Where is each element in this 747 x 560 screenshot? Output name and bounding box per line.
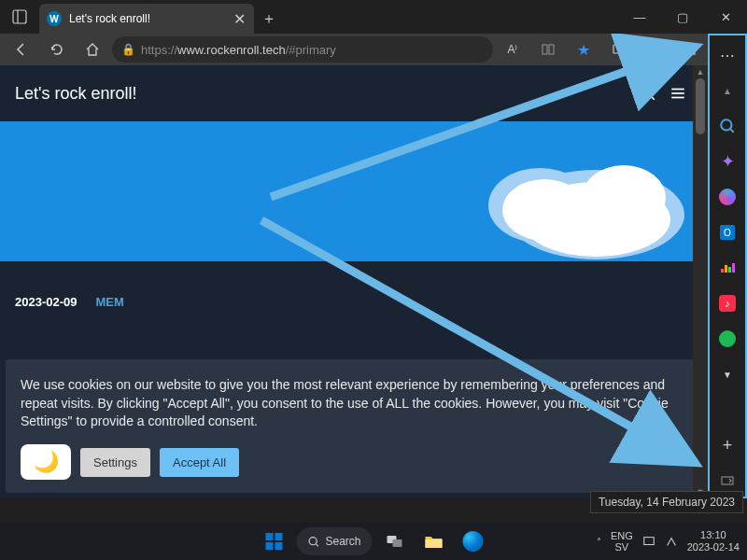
new-tab-button[interactable]: ＋ xyxy=(254,4,284,34)
svg-rect-26 xyxy=(275,542,282,550)
browser-toolbar: 🔒 https://www.rockenroll.tech/#primary A… xyxy=(0,34,747,65)
svg-rect-32 xyxy=(643,538,654,545)
url-text: https://www.rockenroll.tech/#primary xyxy=(141,43,336,57)
svg-rect-3 xyxy=(549,45,554,54)
address-bar[interactable]: 🔒 https://www.rockenroll.tech/#primary xyxy=(112,36,493,63)
theme-toggle-button[interactable]: 🌙 xyxy=(21,444,71,480)
tab-actions-button[interactable] xyxy=(0,0,39,34)
windows-taskbar: Search ˄ ENGSV 13:102023-02-14 xyxy=(0,523,747,560)
sidebar-more-button[interactable]: ⋯ xyxy=(712,39,743,71)
sidebar-expand-button[interactable]: ▼ xyxy=(712,358,743,390)
date-tooltip: Tuesday, 14 February 2023 xyxy=(590,491,743,513)
tray-overflow-button[interactable]: ˄ xyxy=(597,537,601,547)
file-explorer-button[interactable] xyxy=(417,526,451,556)
svg-rect-31 xyxy=(426,539,443,548)
cloud-illustration xyxy=(428,140,689,261)
favorites-button[interactable] xyxy=(639,35,670,63)
scroll-up-arrow[interactable]: ▲ xyxy=(693,65,708,78)
sidebar-office-icon[interactable] xyxy=(712,181,743,213)
reader-button[interactable] xyxy=(532,35,564,63)
tab-title: Let's rock enroll! xyxy=(69,12,224,25)
scrollbar-thumb[interactable] xyxy=(696,78,705,134)
cookie-accept-button[interactable]: Accept All xyxy=(160,448,239,477)
sidebar-search-icon[interactable] xyxy=(712,110,743,142)
task-view-button[interactable] xyxy=(378,526,412,556)
system-tray: ˄ ENGSV 13:102023-02-14 xyxy=(597,529,740,553)
sidebar-deezer-icon[interactable] xyxy=(712,252,743,284)
post-date: 2023-02-09 xyxy=(15,295,78,309)
collections-button[interactable] xyxy=(674,35,706,63)
minimize-button[interactable]: — xyxy=(618,0,661,34)
sidebar-outlook-icon[interactable]: O xyxy=(712,217,743,248)
maximize-button[interactable]: ▢ xyxy=(661,0,704,34)
sidebar-collapse-button[interactable]: ▲ xyxy=(712,75,743,106)
site-title: Let's rock enroll! xyxy=(15,84,633,104)
svg-rect-4 xyxy=(613,45,625,53)
wordpress-favicon: W xyxy=(47,11,62,26)
edge-taskbar-button[interactable] xyxy=(457,526,490,556)
svg-rect-24 xyxy=(275,533,282,540)
back-button[interactable] xyxy=(6,35,37,63)
read-aloud-button[interactable]: A⁾ xyxy=(497,35,529,63)
svg-rect-30 xyxy=(393,539,402,547)
svg-rect-25 xyxy=(265,542,273,550)
lock-icon: 🔒 xyxy=(121,43,135,56)
cast-button[interactable] xyxy=(603,35,635,63)
post-meta: 2023-02-09 MEM xyxy=(0,261,708,318)
svg-point-20 xyxy=(582,165,666,231)
sidebar-discover-icon[interactable]: ✦ xyxy=(712,146,743,177)
svg-point-8 xyxy=(721,119,731,130)
sidebar-spotify-icon[interactable] xyxy=(712,323,743,355)
cookie-banner: We use cookies on our website to give yo… xyxy=(6,359,702,493)
page-viewport: Let's rock enroll! 2023-02-09 MEM We use… xyxy=(0,65,708,498)
svg-rect-2 xyxy=(543,45,547,54)
favorite-button[interactable]: ★ xyxy=(568,35,599,63)
edge-sidebar: ⋯ ▲ ✦ O ♪ ▼ + xyxy=(708,34,747,498)
taskbar-search[interactable]: Search xyxy=(296,527,372,555)
taskbar-search-label: Search xyxy=(325,535,360,548)
hero-banner xyxy=(0,121,708,261)
home-button[interactable] xyxy=(77,35,108,63)
window-controls: — ▢ ✕ xyxy=(618,0,747,34)
svg-rect-23 xyxy=(265,533,273,540)
refresh-button[interactable] xyxy=(41,35,73,63)
window-titlebar: W Let's rock enroll! ✕ ＋ — ▢ ✕ xyxy=(0,0,747,34)
close-window-button[interactable]: ✕ xyxy=(704,0,747,34)
close-tab-button[interactable]: ✕ xyxy=(232,11,247,26)
svg-line-28 xyxy=(316,543,317,545)
cast-tray-icon[interactable] xyxy=(642,535,655,548)
browser-tab[interactable]: W Let's rock enroll! ✕ xyxy=(39,4,254,34)
sidebar-apple-music-icon[interactable]: ♪ xyxy=(712,287,743,319)
network-tray-icon[interactable] xyxy=(665,535,678,548)
start-button[interactable] xyxy=(257,526,290,556)
vertical-scrollbar[interactable]: ▲ ▼ xyxy=(693,65,708,498)
cookie-settings-button[interactable]: Settings xyxy=(80,448,150,477)
site-search-button[interactable] xyxy=(633,85,663,102)
svg-point-11 xyxy=(641,87,652,97)
svg-line-12 xyxy=(651,96,654,99)
post-category[interactable]: MEM xyxy=(96,295,124,309)
site-header: Let's rock enroll! xyxy=(0,65,708,121)
cookie-text: We use cookies on our website to give yo… xyxy=(21,376,687,431)
sidebar-add-button[interactable]: + xyxy=(712,429,743,461)
svg-line-9 xyxy=(730,129,733,132)
site-menu-button[interactable] xyxy=(663,85,693,102)
svg-rect-0 xyxy=(13,10,26,23)
svg-point-27 xyxy=(309,537,317,544)
svg-point-19 xyxy=(502,179,586,241)
language-indicator[interactable]: ENGSV xyxy=(611,530,633,553)
taskbar-clock[interactable]: 13:102023-02-14 xyxy=(687,529,740,553)
